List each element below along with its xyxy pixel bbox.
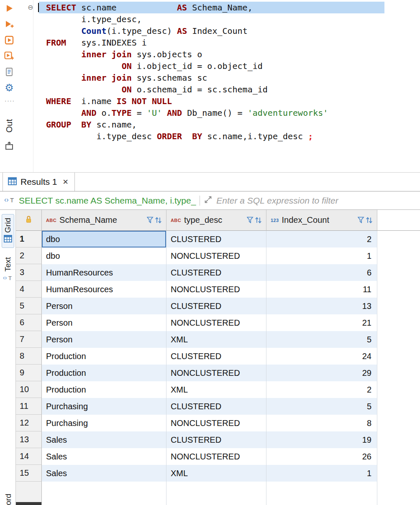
row-number[interactable]: 5	[16, 298, 42, 314]
cell-index_count[interactable]: 26	[266, 448, 377, 465]
cell-index_count[interactable]: 19	[266, 431, 377, 448]
cell-schema_name[interactable]: Sales	[42, 431, 166, 448]
cell-schema_name[interactable]: Production	[42, 381, 166, 398]
cell-type_desc[interactable]: CLUSTERED	[166, 298, 266, 314]
code-line[interactable]: WHERE i.name IS NOT NULL	[46, 95, 420, 107]
cell-index_count[interactable]: 1	[266, 247, 377, 264]
cell-schema_name[interactable]: dbo	[42, 231, 166, 247]
cell-type_desc[interactable]: CLUSTERED	[166, 398, 266, 415]
empty-cell[interactable]	[166, 482, 266, 505]
cell-schema_name[interactable]: HumanResources	[42, 264, 166, 281]
cell-index_count[interactable]: 5	[266, 331, 377, 348]
cell-type_desc[interactable]: NONCLUSTERED	[166, 415, 266, 431]
cell-type_desc[interactable]: CLUSTERED	[166, 348, 266, 365]
cell-type_desc[interactable]: NONCLUSTERED	[166, 281, 266, 298]
settings-gear-button[interactable]: ⚙	[4, 83, 15, 93]
code-line[interactable]: FROM sys.INDEXES i	[46, 37, 420, 48]
cell-schema_name[interactable]: Person	[42, 314, 166, 331]
code-line[interactable]: i.type_desc,	[46, 13, 420, 25]
row-number[interactable]: 11	[16, 398, 42, 415]
empty-cell[interactable]	[266, 482, 377, 505]
cell-schema_name[interactable]: Purchasing	[42, 398, 166, 415]
explain-plan-button[interactable]	[4, 67, 15, 77]
row-number[interactable]: 10	[16, 381, 42, 398]
output-panel-label[interactable]: Out	[5, 119, 14, 133]
row-number[interactable]: 12	[16, 415, 42, 431]
row-number[interactable]: 6	[16, 314, 42, 331]
row-number[interactable]: 1	[16, 231, 42, 247]
cell-schema_name[interactable]: Production	[42, 348, 166, 365]
cell-index_count[interactable]: 8	[266, 415, 377, 431]
code-line[interactable]: AND o.TYPE = 'U' AND Db_name() = 'advent…	[46, 107, 420, 119]
cell-schema_name[interactable]: Production	[42, 365, 166, 381]
cell-index_count[interactable]: 13	[266, 298, 377, 314]
execute-script-button[interactable]	[4, 35, 15, 45]
cell-index_count[interactable]: 2	[266, 381, 377, 398]
grid-corner-cell[interactable]	[16, 210, 42, 231]
cell-schema_name[interactable]: HumanResources	[42, 281, 166, 298]
cell-index_count[interactable]: 5	[266, 398, 377, 415]
record-tab-label-partial[interactable]: ord	[4, 494, 13, 505]
column-header-type_desc[interactable]: ABCtype_desc	[166, 210, 266, 231]
row-number[interactable]: 8	[16, 348, 42, 365]
row-number[interactable]: 3	[16, 264, 42, 281]
cell-index_count[interactable]: 21	[266, 314, 377, 331]
expand-filter-icon[interactable]	[204, 195, 213, 206]
row-number[interactable]: 2	[16, 247, 42, 264]
tab-results-1[interactable]: Results 1 ✕	[3, 173, 75, 191]
cell-type_desc[interactable]: XML	[166, 331, 266, 348]
row-number[interactable]: 4	[16, 281, 42, 298]
row-number[interactable]: 9	[16, 365, 42, 381]
code-line[interactable]: ⊖SELECT sc.name AS Schema_Name,	[39, 2, 384, 13]
row-number[interactable]: 14	[16, 448, 42, 465]
column-header-schema_name[interactable]: ABCSchema_Name	[42, 210, 166, 231]
cell-schema_name[interactable]: Sales	[42, 448, 166, 465]
filter-sort-icons[interactable]	[358, 216, 373, 224]
fold-collapse-icon[interactable]: ⊖	[28, 2, 33, 13]
row-number[interactable]: 7	[16, 331, 42, 348]
cell-schema_name[interactable]: Sales	[42, 465, 166, 482]
filter-expression-input[interactable]	[216, 196, 418, 206]
close-tab-icon[interactable]: ✕	[63, 178, 69, 186]
code-line[interactable]: inner join sys.objects o	[46, 48, 420, 60]
cell-schema_name[interactable]: Person	[42, 331, 166, 348]
code-line[interactable]: Count(i.type_desc) AS Index_Count	[46, 25, 420, 37]
cell-index_count[interactable]: 11	[266, 281, 377, 298]
cell-index_count[interactable]: 1	[266, 465, 377, 482]
cell-type_desc[interactable]: XML	[166, 381, 266, 398]
cell-type_desc[interactable]: NONCLUSTERED	[166, 247, 266, 264]
execute-new-tab-button[interactable]	[4, 19, 15, 29]
execute-script-new-tab-button[interactable]	[4, 51, 15, 61]
cell-type_desc[interactable]: CLUSTERED	[166, 431, 266, 448]
filter-sort-icons[interactable]	[247, 216, 262, 224]
tab-grid-view[interactable]: Grid	[2, 214, 14, 248]
empty-cell[interactable]	[42, 482, 166, 505]
cell-index_count[interactable]: 29	[266, 365, 377, 381]
code-line[interactable]: ON o.schema_id = sc.schema_id	[46, 84, 420, 95]
cell-type_desc[interactable]: XML	[166, 465, 266, 482]
row-number[interactable]: 13	[16, 431, 42, 448]
tab-text-view[interactable]: Text ‹›T	[2, 254, 14, 286]
show-output-button[interactable]	[4, 141, 15, 151]
code-line[interactable]: i.type_desc ORDER BY sc.name,i.type_desc…	[46, 130, 420, 142]
cell-type_desc[interactable]: CLUSTERED	[166, 231, 266, 247]
cell-type_desc[interactable]: CLUSTERED	[166, 264, 266, 281]
grid-empty-area[interactable]	[16, 482, 420, 505]
cell-schema_name[interactable]: Purchasing	[42, 415, 166, 431]
cell-type_desc[interactable]: NONCLUSTERED	[166, 365, 266, 381]
cell-schema_name[interactable]: dbo	[42, 247, 166, 264]
cell-schema_name[interactable]: Person	[42, 298, 166, 314]
code-line[interactable]: ON i.object_id = o.object_id	[46, 60, 420, 72]
cell-index_count[interactable]: 24	[266, 348, 377, 365]
empty-row-number[interactable]	[16, 482, 42, 505]
filter-sort-icons[interactable]	[147, 216, 162, 224]
sql-code[interactable]: ⊖SELECT sc.name AS Schema_Name, i.type_d…	[33, 0, 420, 172]
code-line[interactable]: GROUP BY sc.name,	[46, 119, 420, 130]
cell-type_desc[interactable]: NONCLUSTERED	[166, 448, 266, 465]
cell-index_count[interactable]: 6	[266, 264, 377, 281]
row-number[interactable]: 15	[16, 465, 42, 482]
cell-type_desc[interactable]: NONCLUSTERED	[166, 314, 266, 331]
execute-statement-button[interactable]	[4, 3, 15, 13]
code-line[interactable]: inner join sys.schemas sc	[46, 72, 420, 84]
column-header-index_count[interactable]: 123Index_Count	[266, 210, 377, 231]
